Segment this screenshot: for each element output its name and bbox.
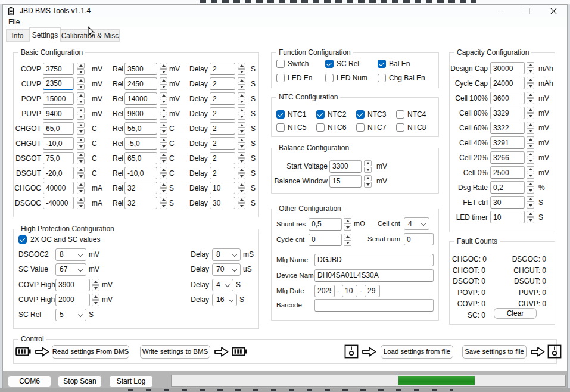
delay-dropdown[interactable]: 4 (212, 279, 233, 291)
delay-value-input[interactable] (210, 92, 235, 105)
rel-value-input[interactable] (124, 122, 157, 135)
stop-scan-button[interactable]: Stop Scan (58, 375, 102, 387)
spin-down-button[interactable] (92, 300, 99, 306)
rel-value-input[interactable] (124, 137, 157, 150)
ntc7-checkbox[interactable] (356, 123, 365, 132)
save-settings-button[interactable]: Save settings to file (462, 345, 527, 359)
spin-down-button[interactable] (160, 173, 167, 179)
maximize-button[interactable] (513, 5, 540, 17)
param-value-input[interactable] (43, 63, 74, 75)
spin-down-button[interactable] (238, 158, 245, 164)
delay-value-input[interactable] (210, 167, 235, 179)
spin-up-button[interactable] (77, 167, 85, 173)
spin-down-button[interactable] (527, 113, 534, 119)
spin-down-button[interactable] (344, 240, 351, 246)
delay-value-input[interactable] (210, 63, 235, 75)
spin-down-button[interactable] (344, 225, 351, 231)
led-en-checkbox[interactable] (276, 74, 285, 82)
cycle-cap-input[interactable] (490, 77, 525, 89)
param-value-input[interactable] (43, 122, 74, 135)
dsg-rate-input[interactable] (490, 181, 525, 194)
spin-up-button[interactable] (238, 182, 245, 188)
spin-up-button[interactable] (238, 197, 245, 203)
spin-up-button[interactable] (160, 182, 167, 188)
spin-up-button[interactable] (527, 77, 534, 83)
cell-60-input[interactable] (490, 122, 525, 134)
delay-dropdown[interactable]: 16 (212, 294, 237, 306)
load-settings-button[interactable]: Load settings from file (381, 345, 453, 359)
rel-value-input[interactable] (124, 92, 157, 105)
spin-down-button[interactable] (160, 114, 167, 120)
spin-down-button[interactable] (238, 203, 245, 209)
spin-up-button[interactable] (527, 151, 534, 157)
delay-dropdown[interactable]: 8 (212, 248, 241, 261)
spin-down-button[interactable] (527, 217, 534, 223)
cycle-cnt-input[interactable] (309, 234, 342, 246)
spin-down-button[interactable] (77, 203, 85, 209)
dsgoc2-dropdown[interactable]: 8 (55, 248, 86, 261)
sc-value-dropdown[interactable]: 67 (55, 263, 86, 276)
spin-down-button[interactable] (527, 143, 534, 149)
cell-0-input[interactable] (490, 166, 525, 179)
spin-up-button[interactable] (527, 62, 534, 68)
ntc3-checkbox[interactable] (356, 110, 365, 119)
minimize-button[interactable] (487, 5, 513, 17)
spin-down-button[interactable] (527, 83, 534, 89)
spin-up-button[interactable] (160, 137, 167, 143)
spin-up-button[interactable] (527, 136, 534, 142)
mfg-name-input[interactable] (314, 254, 434, 266)
spin-up-button[interactable] (77, 197, 85, 203)
tab-info[interactable]: Info (6, 29, 29, 42)
rel-value-input[interactable] (124, 63, 157, 75)
2x-oc-sc-checkbox[interactable] (18, 235, 27, 244)
spin-up-button[interactable] (160, 152, 167, 158)
spin-up-button[interactable] (238, 107, 245, 113)
spin-up-button[interactable] (160, 122, 167, 128)
param-value-input[interactable] (43, 182, 74, 194)
spin-up-button[interactable] (77, 63, 85, 69)
spin-up-button[interactable] (238, 137, 245, 143)
spin-down-button[interactable] (77, 84, 85, 90)
spin-up-button[interactable] (160, 107, 167, 113)
spin-down-button[interactable] (238, 129, 245, 135)
spin-up-button[interactable] (77, 182, 85, 188)
spin-down-button[interactable] (527, 158, 534, 164)
spin-down-button[interactable] (160, 203, 167, 209)
spin-down-button[interactable] (527, 98, 534, 104)
bal-en-checkbox[interactable] (378, 60, 386, 68)
spin-up-button[interactable] (77, 122, 85, 128)
delay-value-input[interactable] (210, 77, 235, 90)
tab-settings[interactable]: Settings (29, 27, 61, 42)
spin-down-button[interactable] (77, 158, 85, 164)
spin-up-button[interactable] (160, 92, 167, 98)
spin-down-button[interactable] (160, 144, 167, 150)
param-value-input[interactable] (43, 137, 74, 150)
ntc1-checkbox[interactable] (276, 110, 285, 119)
write-settings-button[interactable]: Write settings to BMS (140, 345, 210, 359)
rel-value-input[interactable] (124, 107, 157, 120)
mfg-date-year-input[interactable] (314, 285, 335, 297)
param-value-input[interactable] (43, 152, 74, 164)
cell-80-input[interactable] (490, 107, 525, 119)
start-voltage-input[interactable] (329, 160, 362, 173)
ntc5-checkbox[interactable] (276, 123, 285, 132)
sc-rel-dropdown[interactable]: 5 (55, 309, 86, 321)
ntc4-checkbox[interactable] (396, 110, 404, 119)
led-timer-input[interactable] (490, 211, 525, 223)
spin-up-button[interactable] (238, 152, 245, 158)
spin-up-button[interactable] (364, 160, 372, 166)
ntc6-checkbox[interactable] (316, 123, 325, 132)
ntc2-checkbox[interactable] (316, 110, 325, 119)
spin-up-button[interactable] (527, 107, 534, 113)
spin-up-button[interactable] (527, 92, 534, 98)
spin-down-button[interactable] (77, 114, 85, 120)
led-num-checkbox[interactable] (325, 74, 334, 82)
spin-up-button[interactable] (160, 197, 167, 203)
spin-down-button[interactable] (160, 69, 167, 75)
serial-num-input[interactable] (404, 233, 434, 245)
delay-value-input[interactable] (210, 152, 235, 164)
cell-100-input[interactable] (490, 92, 525, 104)
spin-up-button[interactable] (527, 166, 534, 172)
mfg-date-month-input[interactable] (342, 285, 357, 297)
ntc8-checkbox[interactable] (396, 123, 404, 132)
